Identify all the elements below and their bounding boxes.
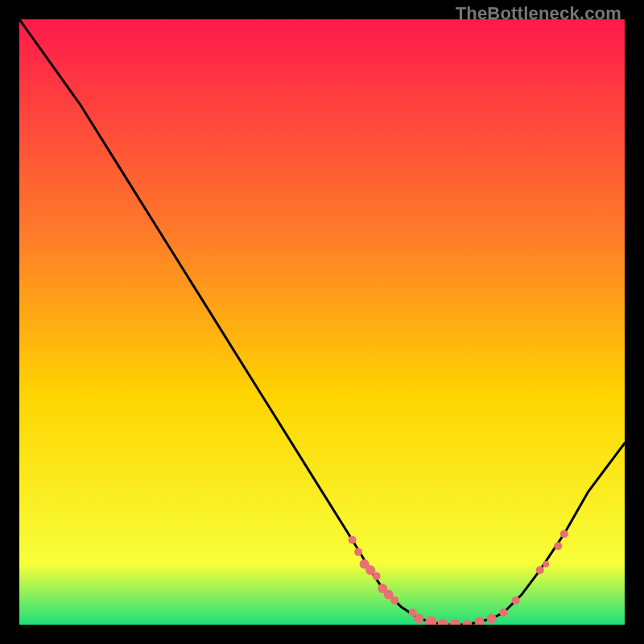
data-marker	[512, 597, 520, 605]
chart-frame	[19, 19, 625, 625]
data-marker	[536, 566, 544, 574]
data-marker	[414, 614, 423, 624]
data-marker	[560, 530, 568, 538]
data-marker	[349, 536, 357, 544]
data-marker	[487, 614, 497, 624]
data-marker	[373, 572, 381, 580]
data-marker	[354, 548, 362, 556]
chart-background	[19, 19, 625, 625]
data-marker	[543, 561, 549, 568]
data-marker	[554, 542, 562, 550]
data-marker	[500, 609, 508, 617]
data-marker	[390, 597, 398, 605]
chart-svg	[19, 19, 625, 625]
